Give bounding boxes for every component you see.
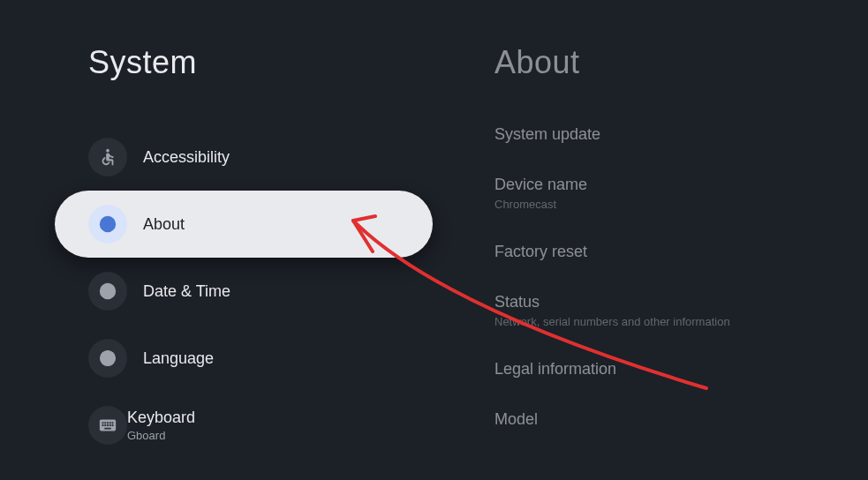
svg-point-3 [107,220,109,221]
about-sublabel: Network, serial numbers and other inform… [494,315,868,328]
menu-item-language[interactable]: Language [55,325,494,392]
accessibility-icon [88,138,127,176]
about-item-legal[interactable]: Legal information [494,360,868,379]
menu-item-datetime[interactable]: Date & Time [55,258,494,325]
menu-item-keyboard[interactable]: Keyboard Gboard [55,392,494,459]
about-label: Factory reset [494,243,868,261]
menu-item-about[interactable]: About [55,191,433,258]
about-sublabel: Chromecast [494,198,868,211]
globe-icon [88,339,127,378]
menu-item-accessibility[interactable]: Accessibility [55,124,494,191]
info-icon [88,205,127,244]
about-item-status[interactable]: Status Network, serial numbers and other… [494,293,868,328]
about-label: Model [494,410,868,429]
about-label: Device name [494,176,868,194]
about-label: Status [494,293,868,311]
keyboard-icon [88,406,127,445]
menu-label: About [143,215,185,234]
about-label: System update [494,125,868,144]
about-detail-panel: About System update Device name Chromeca… [494,0,868,480]
about-item-device-name[interactable]: Device name Chromecast [494,176,868,211]
menu-label: Keyboard [127,409,195,427]
about-item-system-update[interactable]: System update [494,125,868,144]
page-title: System [88,44,494,81]
menu-sublabel: Gboard [127,429,195,442]
system-menu-panel: System Accessibility About Date & Time L… [0,0,494,480]
menu-label: Language [143,349,214,368]
menu-label: Accessibility [143,148,230,167]
menu-label: Date & Time [143,282,230,301]
clock-icon [88,272,127,311]
detail-title: About [494,44,868,81]
svg-point-0 [106,149,109,153]
about-item-factory-reset[interactable]: Factory reset [494,243,868,261]
about-item-model[interactable]: Model [494,410,868,429]
about-label: Legal information [494,360,868,379]
